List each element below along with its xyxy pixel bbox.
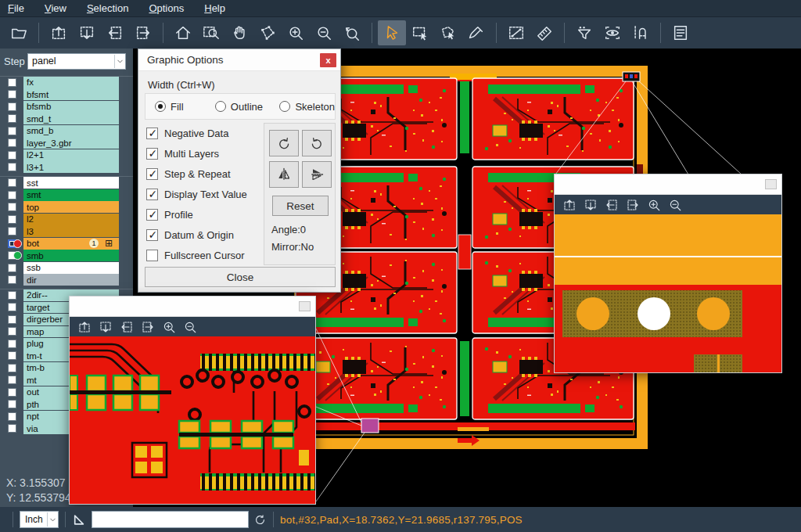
layer-name[interactable]: sst — [23, 177, 119, 189]
menu-help[interactable]: Help — [204, 2, 225, 14]
layer-name[interactable]: bfsmb — [23, 101, 119, 113]
checkbox-negative-data[interactable]: Negative Data — [146, 128, 228, 139]
radio-outline[interactable]: Outline — [215, 101, 280, 113]
page-right-icon[interactable] — [626, 198, 640, 212]
layer-name[interactable]: smd_b — [23, 125, 119, 137]
layer-name[interactable]: layer_3.gbr — [23, 137, 119, 149]
view-options-button[interactable] — [598, 20, 627, 45]
zoom-window-button[interactable] — [197, 20, 225, 45]
select-polygon-button[interactable] — [434, 20, 462, 45]
layer-visibility-checkbox[interactable] — [8, 163, 16, 171]
layer-name[interactable]: bfsmt — [23, 88, 119, 100]
layer-visibility-checkbox[interactable] — [8, 78, 16, 87]
page-left-button[interactable] — [101, 20, 129, 45]
step-combobox[interactable]: panel — [27, 53, 126, 70]
flip-horizontal-button[interactable] — [269, 161, 299, 188]
menu-selection[interactable]: Selection — [87, 2, 128, 14]
zoom-out-icon[interactable] — [668, 198, 682, 212]
layer-visibility-checkbox[interactable] — [8, 127, 16, 135]
layer-name[interactable]: smb — [23, 250, 119, 261]
home-view-button[interactable] — [169, 20, 197, 45]
layer-row[interactable]: l2 — [0, 214, 133, 225]
layer-visibility-checkbox[interactable] — [8, 151, 16, 160]
checkbox-datum-origin[interactable]: Datum & Origin — [146, 229, 234, 241]
zoom-in-icon[interactable] — [647, 198, 661, 212]
checkbox-multi-layers[interactable]: Multi Layers — [146, 148, 219, 160]
command-input[interactable] — [92, 511, 249, 528]
layer-visibility-checkbox[interactable] — [8, 102, 16, 111]
layer-visibility-checkbox[interactable] — [8, 424, 16, 433]
layer-visibility-checkbox[interactable] — [8, 90, 16, 99]
layer-visibility-checkbox[interactable] — [8, 275, 16, 284]
layer-form-button[interactable] — [666, 20, 695, 45]
pan-hand-button[interactable] — [225, 20, 253, 45]
layer-row-smb[interactable]: smb — [0, 250, 133, 261]
radio-fill[interactable]: Fill — [155, 101, 215, 113]
layer-row[interactable]: ssb — [0, 262, 133, 274]
unit-combobox[interactable]: Inch — [20, 511, 59, 528]
layer-visibility-checkbox[interactable] — [8, 400, 16, 408]
chevron-down-icon[interactable] — [114, 55, 125, 68]
filter-button[interactable] — [570, 20, 598, 45]
layer-name[interactable]: fx — [23, 77, 119, 88]
open-file-button[interactable] — [5, 20, 33, 45]
layer-visibility-checkbox[interactable] — [8, 264, 16, 272]
layer-visibility-checkbox[interactable] — [8, 291, 16, 300]
layer-row[interactable]: top — [0, 201, 133, 213]
window-control-box[interactable] — [299, 301, 311, 311]
page-down-icon[interactable] — [99, 320, 113, 334]
dialog-close-button[interactable]: x — [320, 53, 336, 67]
rotate-cw-button[interactable] — [269, 130, 299, 156]
page-up-icon[interactable] — [562, 198, 577, 212]
snap-magnet-button[interactable] — [627, 20, 655, 45]
layer-visibility-checkbox[interactable] — [8, 303, 16, 311]
corner-snap-icon[interactable] — [72, 513, 85, 527]
layer-name[interactable]: bot1 — [23, 238, 119, 250]
menu-file[interactable]: File — [8, 2, 24, 14]
layer-name[interactable]: l2+1 — [23, 149, 119, 161]
measure-ruler-button[interactable] — [530, 20, 559, 45]
layer-name[interactable]: dir — [23, 274, 119, 286]
layer-visibility-checkbox[interactable] — [8, 388, 16, 397]
flip-vertical-button[interactable] — [302, 161, 332, 188]
radio-skeleton[interactable]: Skeleton — [279, 101, 335, 113]
menu-options[interactable]: Options — [149, 2, 184, 14]
select-cursor-button[interactable] — [378, 20, 406, 45]
dialog-title-bar[interactable]: Graphic Options x — [138, 49, 340, 71]
detail-zoom-window-left[interactable] — [69, 296, 316, 505]
page-right-icon[interactable] — [141, 320, 155, 334]
page-left-icon[interactable] — [120, 320, 134, 334]
zoom-previous-button[interactable] — [338, 20, 366, 45]
layer-visibility-checkbox[interactable] — [8, 340, 16, 348]
zoom-in-icon[interactable] — [162, 320, 176, 334]
layer-visibility-checkbox[interactable] — [8, 191, 16, 200]
layer-row[interactable]: smt — [0, 189, 133, 201]
paint-brush-button[interactable] — [462, 20, 490, 45]
zoom-out-icon[interactable] — [183, 320, 197, 334]
layer-row[interactable]: layer_3.gbr — [0, 137, 133, 149]
reset-button[interactable]: Reset — [272, 196, 329, 216]
layer-visibility-checkbox[interactable] — [8, 351, 16, 360]
layer-row[interactable]: smd_t — [0, 113, 133, 124]
page-left-icon[interactable] — [605, 198, 619, 212]
page-up-icon[interactable] — [77, 320, 92, 334]
layer-visibility-checkbox[interactable] — [8, 114, 16, 123]
detail-zoom-window-right[interactable] — [554, 174, 782, 373]
layer-row[interactable]: bfsmt — [0, 88, 133, 100]
layer-row[interactable]: l3 — [0, 225, 133, 237]
zoom-window-title-bar[interactable] — [555, 174, 781, 195]
layer-name[interactable]: top — [23, 201, 119, 213]
checkbox-display-text-value[interactable]: Display Text Value — [146, 189, 247, 200]
page-right-button[interactable] — [129, 20, 157, 45]
layer-name[interactable]: l3+1 — [23, 161, 119, 173]
layer-visibility-checkbox[interactable] — [8, 327, 16, 336]
chevron-down-icon[interactable] — [47, 512, 58, 527]
page-down-icon[interactable] — [584, 198, 598, 212]
layer-row[interactable]: l3+1 — [0, 161, 133, 173]
layer-name[interactable]: smd_t — [23, 113, 119, 124]
layer-name[interactable]: smt — [23, 189, 119, 201]
layer-row[interactable]: smd_b — [0, 125, 133, 137]
zoom-window-content[interactable] — [70, 336, 315, 504]
zoom-window-content[interactable] — [555, 214, 781, 372]
window-control-box[interactable] — [765, 179, 777, 189]
